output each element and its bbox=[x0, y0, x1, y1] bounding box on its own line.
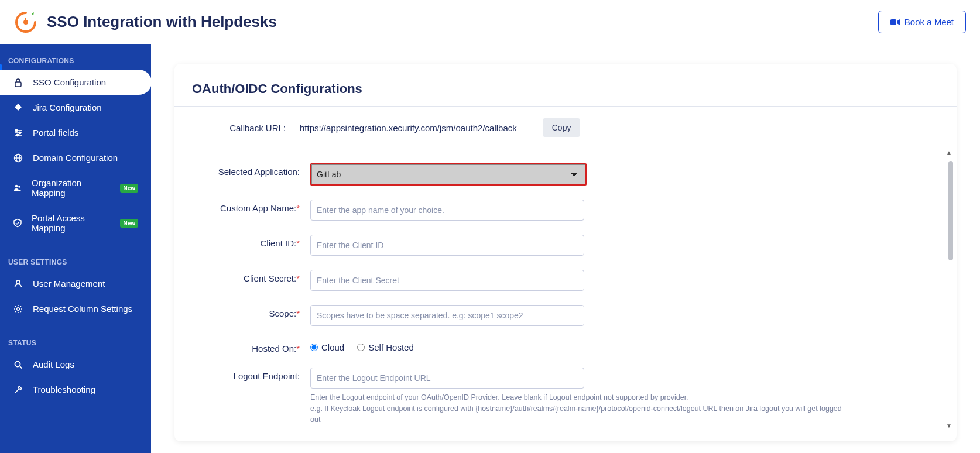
user-icon bbox=[13, 279, 23, 289]
hosted-self-radio[interactable] bbox=[357, 344, 365, 351]
sidebar: CONFIGURATIONS SSO Configuration Jira Co… bbox=[0, 44, 151, 453]
sliders-icon bbox=[13, 128, 23, 138]
sidebar-section-status: STATUS bbox=[0, 332, 151, 352]
logout-endpoint-label: Logout Endpoint: bbox=[192, 368, 303, 381]
hammer-icon bbox=[13, 385, 23, 394]
page-title: SSO Integration with Helpdesks bbox=[47, 13, 277, 31]
header-left: SSO Integration with Helpdesks bbox=[14, 11, 277, 34]
hosted-cloud-label: Cloud bbox=[321, 342, 344, 352]
sidebar-item-org-mapping[interactable]: Organization Mapping New bbox=[0, 170, 151, 205]
custom-app-label: Custom App Name:* bbox=[192, 200, 303, 213]
sidebar-item-audit[interactable]: Audit Logs bbox=[0, 352, 151, 377]
sidebar-item-user-mgmt[interactable]: User Management bbox=[0, 271, 151, 296]
form-footer: Save Cancel bbox=[192, 428, 927, 430]
sidebar-item-label: Portal fields bbox=[33, 128, 78, 138]
client-secret-input[interactable] bbox=[310, 270, 584, 291]
hosted-self-option[interactable]: Self Hosted bbox=[357, 342, 414, 352]
sidebar-item-label: Request Column Settings bbox=[33, 304, 132, 314]
sidebar-item-jira-config[interactable]: Jira Configuration bbox=[0, 95, 151, 120]
sidebar-item-label: User Management bbox=[33, 279, 105, 289]
svg-rect-2 bbox=[890, 19, 896, 25]
sidebar-item-label: Organization Mapping bbox=[32, 178, 108, 198]
sidebar-item-domain-config[interactable]: Domain Configuration bbox=[0, 145, 151, 170]
svg-point-7 bbox=[15, 129, 17, 131]
globe-icon bbox=[13, 153, 23, 163]
sidebar-item-sso-config[interactable]: SSO Configuration bbox=[0, 70, 152, 95]
new-badge: New bbox=[120, 219, 138, 228]
sidebar-item-req-columns[interactable]: Request Column Settings bbox=[0, 296, 151, 321]
svg-point-16 bbox=[17, 307, 20, 310]
sidebar-section-config: CONFIGURATIONS bbox=[0, 50, 151, 70]
selected-app-select[interactable]: GitLab bbox=[311, 164, 585, 184]
copy-button[interactable]: Copy bbox=[543, 118, 581, 137]
svg-line-18 bbox=[20, 366, 22, 369]
scroll-up-icon[interactable]: ▲ bbox=[945, 149, 953, 156]
svg-point-13 bbox=[15, 185, 18, 188]
hosted-on-label: Hosted On:* bbox=[192, 340, 303, 354]
svg-point-14 bbox=[18, 186, 20, 188]
scroll-down-icon[interactable]: ▼ bbox=[945, 423, 953, 430]
sidebar-item-label: SSO Configuration bbox=[33, 77, 106, 87]
custom-app-input[interactable] bbox=[310, 200, 584, 221]
new-badge: New bbox=[120, 184, 138, 193]
app-logo bbox=[14, 11, 37, 34]
sidebar-item-label: Portal Access Mapping bbox=[32, 213, 108, 233]
logout-endpoint-input[interactable] bbox=[310, 368, 584, 389]
callback-url-value: https://appsintegration.xecurify.com/jsm… bbox=[300, 123, 517, 133]
sidebar-item-portal-fields[interactable]: Portal fields bbox=[0, 120, 151, 145]
search-icon bbox=[13, 360, 23, 369]
scrollbar[interactable]: ▲ ▼ bbox=[945, 149, 953, 430]
sidebar-item-portal-access[interactable]: Portal Access Mapping New bbox=[0, 205, 151, 241]
selected-app-highlight: GitLab bbox=[310, 163, 587, 186]
sidebar-item-label: Jira Configuration bbox=[33, 102, 102, 112]
sidebar-item-troubleshoot[interactable]: Troubleshooting bbox=[0, 377, 151, 402]
form-scroll-area: Selected Application: GitLab Custom App … bbox=[174, 149, 957, 430]
svg-point-15 bbox=[16, 280, 20, 284]
client-id-label: Client ID:* bbox=[192, 235, 303, 248]
scroll-thumb[interactable] bbox=[948, 161, 953, 260]
hosted-cloud-option[interactable]: Cloud bbox=[310, 342, 344, 352]
scope-input[interactable] bbox=[310, 305, 584, 326]
sidebar-item-label: Troubleshooting bbox=[33, 385, 95, 394]
hosted-self-label: Self Hosted bbox=[368, 342, 414, 352]
hosted-cloud-radio[interactable] bbox=[310, 344, 318, 351]
sidebar-item-label: Audit Logs bbox=[33, 359, 74, 369]
scope-label: Scope:* bbox=[192, 305, 303, 318]
svg-point-9 bbox=[16, 134, 18, 136]
logout-help-2: e.g. If Keycloak Logout endpoint is conf… bbox=[310, 403, 849, 425]
gear-icon bbox=[13, 304, 23, 314]
svg-point-17 bbox=[15, 361, 20, 366]
client-secret-label: Client Secret:* bbox=[192, 270, 303, 283]
shield-icon bbox=[13, 218, 22, 228]
sidebar-item-label: Domain Configuration bbox=[33, 153, 118, 163]
svg-point-8 bbox=[19, 132, 20, 133]
config-card: OAuth/OIDC Configurations Callback URL: … bbox=[174, 64, 957, 441]
book-meet-label: Book a Meet bbox=[904, 17, 954, 27]
svg-rect-1 bbox=[25, 18, 26, 21]
svg-rect-3 bbox=[15, 82, 21, 87]
client-id-input[interactable] bbox=[310, 235, 584, 256]
jira-icon bbox=[13, 103, 23, 112]
card-title: OAuth/OIDC Configurations bbox=[192, 81, 939, 97]
callback-url-label: Callback URL: bbox=[192, 123, 286, 133]
main-content: OAuth/OIDC Configurations Callback URL: … bbox=[151, 44, 980, 453]
sidebar-section-user: USER SETTINGS bbox=[0, 251, 151, 271]
lock-icon bbox=[13, 78, 23, 87]
app-header: SSO Integration with Helpdesks Book a Me… bbox=[0, 0, 980, 44]
users-icon bbox=[13, 183, 22, 193]
callback-row: Callback URL: https://appsintegration.xe… bbox=[174, 107, 957, 149]
logout-help-1: Enter the Logout endpoint of your OAuth/… bbox=[310, 392, 849, 403]
book-meet-button[interactable]: Book a Meet bbox=[878, 11, 966, 33]
video-icon bbox=[890, 19, 900, 26]
selected-app-label: Selected Application: bbox=[192, 163, 303, 177]
